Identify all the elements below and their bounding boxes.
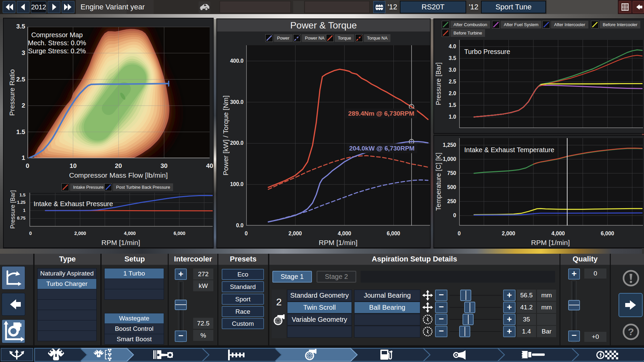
svg-text:?: ? <box>628 326 634 337</box>
